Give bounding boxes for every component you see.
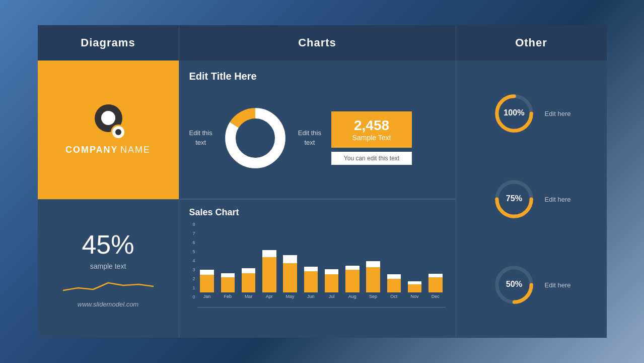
diagrams-label: Diagrams — [81, 36, 135, 49]
bar-jun-bottom — [304, 271, 318, 292]
bar-dec: Dec — [425, 217, 445, 299]
bar-feb-bottom — [221, 277, 235, 292]
y-label-8: 8 — [189, 222, 195, 227]
bar-apr-bottom — [262, 257, 276, 292]
donut-chart — [223, 105, 288, 171]
bar-jan-top — [200, 270, 213, 275]
edit-content-row: Edit thistext Edit thistext 2,458 Sample… — [189, 87, 446, 189]
y-label-2: 2 — [189, 276, 195, 281]
bar-jan-label: Jan — [203, 294, 211, 299]
percent-cell: 45% sample text www.slidemodel.com — [38, 199, 179, 338]
charts-label: Charts — [298, 36, 336, 49]
edit-right-text[interactable]: Edit thistext — [298, 129, 321, 147]
y-label-5: 5 — [189, 249, 195, 254]
stat-edit-text: You can edit this text — [341, 155, 402, 162]
y-label-7: 7 — [189, 231, 195, 236]
sales-cell: Sales Chart 0 1 2 3 4 5 6 7 8 — [179, 199, 456, 338]
company-name: COMPANY NAME — [65, 145, 151, 156]
bar-feb: Feb — [218, 217, 238, 299]
bar-jul-top — [325, 269, 338, 274]
bar-oct-label: Oct — [390, 294, 397, 299]
gauge-50-edit[interactable]: Edit here — [544, 281, 570, 289]
bar-nov: Nov — [405, 217, 424, 299]
y-label-3: 3 — [189, 267, 195, 272]
bar-aug-label: Aug — [348, 294, 356, 299]
sparkline — [63, 275, 154, 295]
bar-mar-bottom — [242, 273, 255, 292]
bar-may: May — [280, 217, 300, 299]
y-label-6: 6 — [189, 240, 195, 245]
edit-left-text[interactable]: Edit thistext — [189, 129, 212, 147]
other-label: Other — [515, 36, 547, 49]
stat-edit-box[interactable]: You can edit this text — [331, 152, 412, 165]
bar-mar: Mar — [239, 217, 258, 299]
bar-dec-top — [428, 274, 442, 277]
bar-jun: Jun — [301, 217, 321, 299]
bar-dec-bottom — [428, 277, 442, 292]
y-label-4: 4 — [189, 258, 195, 263]
gauge-50-svg: 50% — [491, 262, 537, 308]
bar-oct-bottom — [387, 279, 401, 292]
gauge-75-edit[interactable]: Edit here — [544, 196, 570, 203]
stat-box[interactable]: 2,458 Sample Text — [331, 111, 412, 148]
bar-apr-label: Apr — [266, 294, 273, 299]
percent-sample: sample text — [90, 262, 126, 270]
y-label-1: 1 — [189, 285, 195, 290]
sales-title: Sales Chart — [189, 207, 446, 218]
company-name-light: NAME — [120, 145, 151, 155]
y-label-0: 0 — [189, 294, 195, 299]
bar-sep-bottom — [366, 267, 380, 292]
edit-title-heading[interactable]: Edit Title Here — [189, 71, 446, 82]
company-cell: COMPANY NAME — [38, 60, 179, 199]
gauge-100-svg: 100% — [491, 91, 537, 136]
stat-label: Sample Text — [341, 134, 402, 142]
logo-pin-inner — [115, 129, 121, 135]
bar-nov-label: Nov — [411, 294, 419, 299]
header-diagrams: Diagrams — [38, 25, 179, 60]
svg-text:100%: 100% — [504, 108, 525, 117]
bar-dec-label: Dec — [432, 294, 440, 299]
gauge-50-text: Edit here — [544, 281, 570, 289]
bar-jun-label: Jun — [307, 294, 315, 299]
bar-feb-label: Feb — [224, 294, 232, 299]
bar-aug: Aug — [342, 217, 362, 299]
bar-feb-top — [221, 273, 235, 277]
header-charts: Charts — [179, 25, 456, 60]
logo-pin — [111, 125, 126, 140]
bar-jul-label: Jul — [329, 294, 335, 299]
bar-nov-bottom — [408, 284, 421, 292]
company-name-bold: COMPANY — [65, 145, 118, 155]
gauge-100-text: Edit here — [544, 110, 570, 117]
bar-oct-top — [387, 274, 401, 279]
bar-may-bottom — [283, 263, 297, 292]
gauge-75-text: Edit here — [544, 196, 570, 203]
bar-jan: Jan — [197, 217, 217, 299]
donut-svg — [223, 105, 288, 171]
bar-apr: Apr — [259, 217, 279, 299]
bar-sep: Sep — [364, 217, 383, 299]
company-logo — [91, 104, 126, 140]
bar-mar-label: Mar — [245, 294, 253, 299]
bar-sep-top — [366, 261, 380, 267]
bar-may-label: May — [286, 294, 295, 299]
gauge-50: 50% Edit here — [491, 262, 570, 308]
bar-jul: Jul — [322, 217, 341, 299]
other-cell: 100% Edit here 75% Edit here 50% — [456, 60, 607, 338]
dashboard: Diagrams Charts Other COMPANY NAME Edit … — [38, 25, 607, 338]
gauge-100: 100% Edit here — [491, 91, 570, 136]
gauge-75: 75% Edit here — [491, 176, 570, 222]
header-other: Other — [456, 25, 607, 60]
stat-section: 2,458 Sample Text You can edit this text — [331, 111, 412, 165]
bar-mar-top — [242, 268, 255, 273]
bar-may-top — [283, 255, 297, 263]
bar-jun-top — [304, 267, 318, 271]
bar-sep-label: Sep — [369, 294, 377, 299]
gauge-100-edit[interactable]: Edit here — [544, 110, 570, 117]
bar-aug-bottom — [345, 270, 359, 292]
stat-number: 2,458 — [341, 117, 402, 134]
svg-text:75%: 75% — [506, 194, 522, 203]
company-url: www.slidemodel.com — [78, 300, 138, 308]
percent-number: 45% — [82, 229, 134, 260]
bar-aug-top — [345, 266, 359, 270]
edit-title-cell: Edit Title Here Edit thistext Edit thist… — [179, 60, 456, 199]
